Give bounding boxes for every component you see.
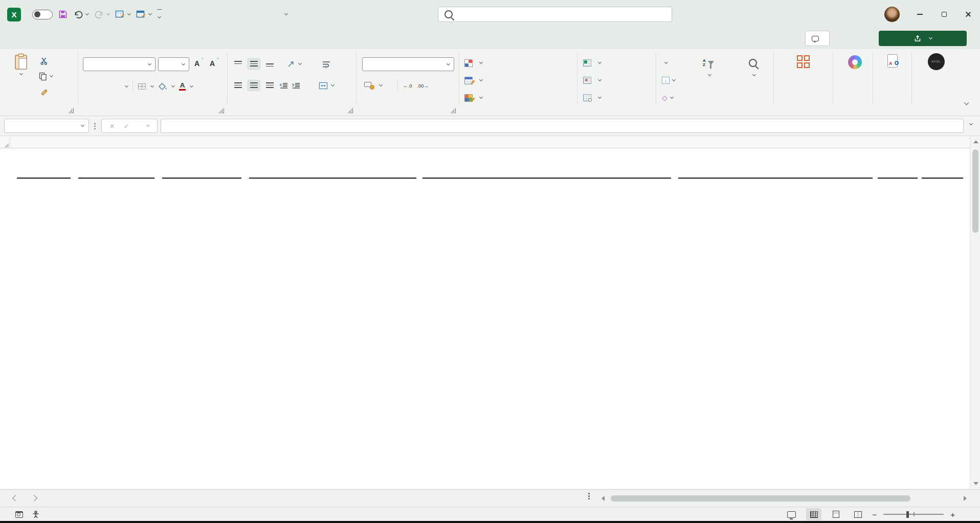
share-button[interactable] bbox=[879, 31, 967, 46]
cut-button[interactable] bbox=[40, 53, 48, 69]
confirm-entry-icon[interactable]: ✓ bbox=[124, 122, 129, 130]
clipboard-dialog-launcher[interactable] bbox=[69, 108, 74, 113]
number-dialog-launcher[interactable] bbox=[451, 108, 456, 113]
font-color-chevron-icon[interactable] bbox=[190, 84, 193, 88]
zoom-slider[interactable] bbox=[883, 514, 944, 515]
wrap-text-button[interactable] bbox=[322, 60, 331, 68]
conditional-formatting-button[interactable] bbox=[464, 55, 482, 71]
search-box[interactable] bbox=[438, 7, 672, 22]
increase-indent-button[interactable] bbox=[292, 82, 300, 89]
sheet-grid[interactable] bbox=[0, 148, 970, 489]
scroll-up-icon[interactable] bbox=[973, 140, 978, 143]
prev-sheet-icon[interactable] bbox=[12, 495, 19, 502]
align-left-button[interactable] bbox=[232, 80, 244, 91]
borders-chevron-icon[interactable] bbox=[150, 84, 154, 88]
addins-button[interactable] bbox=[778, 55, 828, 73]
zoom-in-button[interactable]: + bbox=[950, 510, 955, 519]
underline-chevron-icon[interactable] bbox=[125, 84, 128, 88]
autosave-toggle[interactable] bbox=[32, 10, 53, 19]
close-button[interactable] bbox=[956, 0, 980, 29]
zoom-out-button[interactable]: − bbox=[872, 510, 877, 519]
maximize-button[interactable] bbox=[932, 0, 956, 29]
zoom-slider-thumb[interactable] bbox=[906, 511, 909, 518]
fill-button[interactable]: ↓ bbox=[662, 73, 675, 88]
quick-format-table-icon[interactable] bbox=[136, 10, 146, 19]
formula-input[interactable] bbox=[161, 119, 964, 133]
vertical-scrollbar[interactable] bbox=[970, 136, 980, 489]
align-middle-button[interactable] bbox=[248, 58, 260, 70]
clear-button[interactable]: ◇ bbox=[662, 90, 673, 105]
align-center-button[interactable] bbox=[248, 80, 260, 91]
format-as-table-button[interactable] bbox=[464, 73, 482, 88]
fill-color-chevron-icon[interactable] bbox=[171, 84, 175, 88]
alignment-dialog-launcher[interactable] bbox=[348, 108, 353, 113]
customize-quick-access-icon[interactable] bbox=[157, 9, 162, 20]
create-pdf-button[interactable]: A bbox=[877, 54, 908, 71]
copilot-button[interactable] bbox=[837, 55, 873, 74]
document-title[interactable] bbox=[276, 0, 287, 29]
format-painter-button[interactable] bbox=[40, 85, 49, 100]
search-input[interactable] bbox=[458, 11, 665, 18]
formula-bar-drag-handle[interactable] bbox=[94, 123, 96, 124]
page-layout-view-button[interactable] bbox=[828, 508, 843, 520]
autosum-button[interactable] bbox=[662, 55, 667, 71]
align-right-button[interactable] bbox=[264, 80, 276, 91]
merge-center-button[interactable] bbox=[319, 82, 328, 90]
decrease-font-size-button[interactable]: Aˇ bbox=[210, 59, 215, 68]
next-sheet-icon[interactable] bbox=[31, 495, 37, 502]
collapse-ribbon-icon[interactable] bbox=[964, 100, 969, 105]
vertical-scroll-thumb[interactable] bbox=[972, 149, 978, 233]
decrease-indent-button[interactable] bbox=[279, 82, 288, 89]
quick-table-style-icon[interactable] bbox=[115, 10, 125, 19]
paste-button[interactable] bbox=[6, 53, 36, 75]
quick-table-style-chevron-icon[interactable] bbox=[127, 12, 131, 15]
orientation-chevron-icon[interactable] bbox=[298, 61, 302, 65]
display-settings-button[interactable] bbox=[787, 511, 799, 518]
chatgpt-button[interactable]: - EXCEL - bbox=[915, 53, 957, 73]
font-dialog-launcher[interactable] bbox=[219, 108, 224, 113]
orientation-button[interactable] bbox=[287, 60, 295, 68]
insert-cells-button[interactable] bbox=[583, 55, 601, 71]
borders-button[interactable] bbox=[138, 82, 146, 91]
accessibility-status[interactable] bbox=[32, 511, 43, 518]
merge-center-chevron-icon[interactable] bbox=[331, 83, 335, 86]
fill-color-button[interactable] bbox=[158, 82, 167, 91]
name-box[interactable] bbox=[4, 119, 89, 133]
undo-icon[interactable] bbox=[73, 10, 83, 19]
macro-record-icon[interactable] bbox=[15, 511, 23, 518]
delete-cells-button[interactable]: × bbox=[583, 73, 601, 88]
scroll-left-icon[interactable] bbox=[602, 496, 605, 501]
scroll-right-icon[interactable] bbox=[964, 496, 967, 501]
save-icon[interactable] bbox=[58, 10, 68, 19]
quick-format-table-chevron-icon[interactable] bbox=[148, 12, 152, 15]
sort-filter-button[interactable]: AZ bbox=[686, 54, 730, 76]
page-break-view-button[interactable] bbox=[850, 508, 865, 520]
accounting-chevron-icon[interactable] bbox=[379, 83, 383, 86]
increase-decimal-icon[interactable]: ←.0 bbox=[403, 83, 412, 89]
scroll-down-icon[interactable] bbox=[973, 482, 978, 485]
select-all-corner[interactable] bbox=[0, 136, 10, 148]
align-bottom-button[interactable] bbox=[264, 59, 276, 69]
normal-view-button[interactable] bbox=[806, 508, 821, 520]
minimize-button[interactable] bbox=[908, 0, 932, 29]
doc-title-chevron-icon[interactable] bbox=[284, 12, 288, 15]
format-cells-button[interactable] bbox=[583, 90, 601, 105]
undo-menu-chevron-icon[interactable] bbox=[85, 12, 89, 15]
copy-chevron-icon[interactable] bbox=[50, 74, 53, 77]
cancel-entry-icon[interactable]: ✕ bbox=[109, 122, 115, 130]
align-top-button[interactable] bbox=[232, 59, 244, 69]
horizontal-scroll-thumb[interactable] bbox=[611, 495, 910, 502]
find-select-button[interactable] bbox=[732, 54, 773, 76]
number-format-select[interactable] bbox=[362, 57, 454, 71]
increase-font-size-button[interactable]: Aˆ bbox=[194, 59, 199, 68]
copy-button[interactable] bbox=[39, 72, 47, 81]
function-chevron-icon[interactable] bbox=[146, 123, 150, 127]
font-name-select[interactable] bbox=[83, 57, 155, 71]
comments-button[interactable] bbox=[805, 31, 830, 46]
user-avatar[interactable] bbox=[884, 7, 900, 22]
accounting-format-icon[interactable] bbox=[364, 81, 374, 90]
sheet-options-icon[interactable] bbox=[588, 495, 590, 497]
decrease-decimal-icon[interactable]: .00→ bbox=[417, 83, 429, 89]
font-color-button[interactable]: A bbox=[179, 82, 186, 91]
font-size-select[interactable] bbox=[158, 57, 189, 71]
